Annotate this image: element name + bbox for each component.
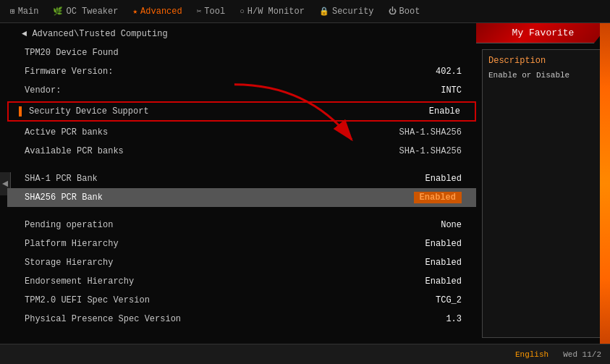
- security-nav-icon: 🔒: [319, 7, 329, 16]
- setting-active-pcr: Active PCR banks SHA-1.SHA256: [7, 123, 476, 142]
- setting-vendor: Vendor: INTC: [7, 81, 476, 100]
- datetime-status: Wed 11/2: [563, 350, 601, 359]
- nav-main[interactable]: ⊞ Main: [3, 4, 46, 20]
- orange-indicator: [19, 106, 22, 117]
- language-status: English: [515, 350, 548, 359]
- hw-icon: ○: [240, 7, 245, 16]
- nav-bar: ⊞ Main 🌿 OC Tweaker ★ Advanced ✂ Tool ○ …: [0, 0, 610, 23]
- scrollbar-track[interactable]: [600, 23, 610, 344]
- setting-physical-presence[interactable]: Physical Presence Spec Version 1.3: [7, 310, 476, 329]
- breadcrumb: Advanced\Trusted Computing: [7, 27, 476, 43]
- nav-tool[interactable]: ✂ Tool: [190, 4, 232, 20]
- description-title: Description: [488, 56, 598, 66]
- nav-advanced[interactable]: ★ Advanced: [125, 4, 189, 20]
- right-panel: My Favorite Description Enable or Disabl…: [476, 23, 610, 344]
- spacer-2: [7, 207, 476, 216]
- setting-sha256[interactable]: SHA256 PCR Bank Enabled: [7, 188, 476, 207]
- main-icon: ⊞: [10, 7, 15, 16]
- setting-tpm20-spec[interactable]: TPM2.0 UEFI Spec Version TCG_2: [7, 291, 476, 310]
- spacer-1: [7, 161, 476, 169]
- boot-icon: ⏻: [389, 7, 397, 16]
- tool-icon: ✂: [197, 7, 202, 16]
- my-favorite-tab[interactable]: My Favorite: [476, 23, 610, 43]
- setting-available-pcr: Available PCR banks SHA-1.SHA256: [7, 142, 476, 161]
- nav-security[interactable]: 🔒 Security: [312, 4, 381, 20]
- setting-firmware: Firmware Version: 402.1: [7, 62, 476, 81]
- description-box: Description Enable or Disable: [482, 49, 604, 338]
- main-content: ◄ Advanced\Trusted Computing TPM20 Devic…: [0, 23, 610, 344]
- status-bar: English Wed 11/2: [0, 344, 610, 364]
- scrollbar-thumb[interactable]: [600, 23, 610, 344]
- advanced-icon: ★: [132, 7, 137, 16]
- setting-pending[interactable]: Pending operation None: [7, 216, 476, 234]
- setting-endorsement[interactable]: Endorsement Hierarchy Enabled: [7, 272, 476, 291]
- nav-hw-monitor[interactable]: ○ H/W Monitor: [232, 4, 312, 20]
- setting-platform[interactable]: Platform Hierarchy Enabled: [7, 234, 476, 253]
- setting-sha1[interactable]: SHA-1 PCR Bank Enabled: [7, 169, 476, 188]
- description-text: Enable or Disable: [488, 70, 598, 81]
- nav-boot[interactable]: ⏻ Boot: [381, 4, 428, 20]
- setting-tpm-found: TPM20 Device Found: [7, 43, 476, 62]
- setting-security-device[interactable]: Security Device Support Enable: [7, 101, 476, 122]
- setting-storage[interactable]: Storage Hierarchy Enabled: [7, 253, 476, 272]
- nav-oc-tweaker[interactable]: 🌿 OC Tweaker: [46, 4, 125, 20]
- settings-panel: Advanced\Trusted Computing TPM20 Device …: [0, 23, 476, 344]
- oc-icon: 🌿: [53, 7, 63, 16]
